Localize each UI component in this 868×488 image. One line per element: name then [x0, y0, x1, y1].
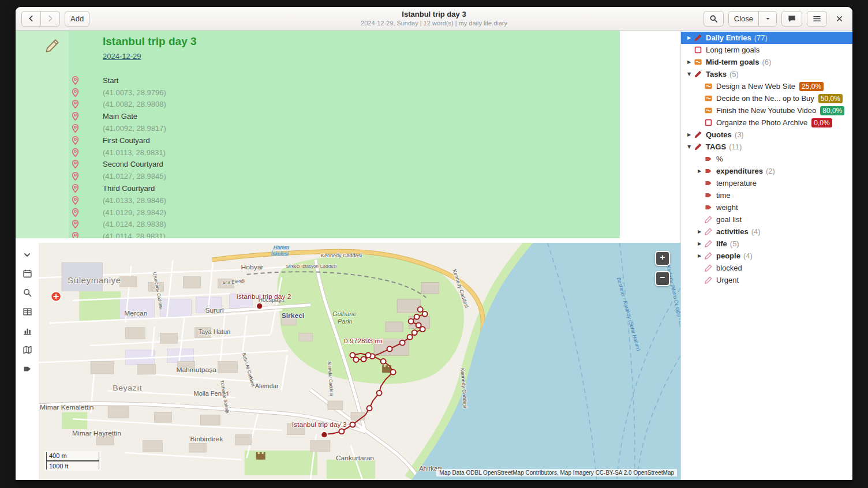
zoom-controls: + − [655, 251, 670, 286]
window-close-button[interactable] [832, 11, 847, 27]
entry-lines: Start(41.0073, 28.9796)(41.0082, 28.9808… [69, 74, 620, 238]
tree-item-count: (3) [735, 130, 744, 139]
tree-item-label: TAGS [706, 142, 726, 151]
entry-line[interactable]: (41.0073, 28.9796) [69, 87, 620, 99]
tree-item-count: (5) [730, 239, 739, 248]
search-entries-button[interactable] [19, 286, 35, 300]
close-diary-menu-button[interactable] [758, 11, 777, 27]
pencil-outline-icon [704, 239, 713, 248]
expander-open-icon[interactable]: ▼ [684, 144, 694, 149]
map-label: Sirkeci [282, 311, 304, 320]
tree-item-label: Design a New Web Site [716, 82, 795, 91]
map-label: Istanbul trip day 3 [292, 421, 347, 429]
map-canvas[interactable]: SüleymaniyeHobyarHocapaşaSirkeciSirkeci … [39, 243, 680, 480]
entry-line[interactable]: Third Courtyard [69, 182, 620, 194]
location-pin-icon [70, 99, 80, 109]
entry-line[interactable]: Second Courtyard [69, 159, 620, 171]
tree-item-goal-list[interactable]: goal list [681, 213, 852, 226]
entry-line[interactable]: Main Gate [69, 110, 620, 122]
calendar-button[interactable] [19, 266, 35, 281]
tree-item-weight[interactable]: weight [681, 201, 852, 213]
checkbox-icon [704, 118, 713, 127]
location-pin-icon [70, 196, 80, 205]
tree-item-activities[interactable]: ▶activities(4) [681, 226, 852, 238]
tree-item-urgent[interactable]: Urgent [681, 274, 852, 286]
tree-item-blocked[interactable]: blocked [681, 262, 852, 274]
expander-closed-icon[interactable]: ▶ [684, 59, 694, 65]
entry-panel: Istanbul trip day 3 2024-12-29 Start(41.… [16, 31, 680, 238]
forward-button[interactable] [40, 11, 60, 27]
expander-closed-icon[interactable]: ▶ [684, 132, 694, 137]
entry-line[interactable]: Start [69, 74, 620, 87]
tree-item-life[interactable]: ▶life(5) [681, 238, 852, 250]
add-button[interactable]: Add [65, 11, 89, 27]
map-view-button[interactable] [19, 343, 35, 357]
entry-line[interactable]: (41.0133, 28.9846) [69, 194, 620, 207]
tree-item-temperature[interactable]: temperature [681, 177, 852, 189]
tree-item-time[interactable]: time [681, 189, 852, 201]
calendar-icon [23, 269, 32, 279]
tree-item-tasks[interactable]: ▼Tasks(5) [681, 68, 852, 80]
map-label: Gülhane [332, 310, 357, 317]
map-toolbar [16, 243, 39, 480]
scale-imperial: 1000 ft [46, 461, 99, 470]
entry-date-link[interactable]: 2024-12-29 [103, 52, 141, 61]
tags-view-button[interactable] [19, 362, 35, 376]
expander-closed-icon[interactable]: ▶ [695, 229, 704, 234]
tree-item-decide-on-the-ne-op-to-buy[interactable]: Decide on the Ne... op to Buy50,0% [681, 92, 852, 104]
map-label: Parkı [338, 318, 353, 325]
expander-closed-icon[interactable]: ▶ [695, 253, 704, 258]
scale-metric: 400 m [46, 452, 99, 461]
entry-line[interactable]: (41.0114, 28.9831) [69, 230, 620, 238]
entry-line[interactable]: (41.0113, 28.9831) [69, 147, 620, 159]
entry-line[interactable]: (41.0092, 28.9817) [69, 122, 620, 134]
entry-line[interactable]: (41.0124, 28.9838) [69, 219, 620, 231]
zoom-in-button[interactable]: + [655, 251, 670, 266]
entry-line-text: First Coutyard [103, 136, 150, 145]
tree-item-daily-entries[interactable]: ▶Daily Entries(77) [681, 32, 852, 44]
expander-closed-icon[interactable]: ▶ [695, 168, 704, 174]
tree-item-label: blocked [716, 264, 742, 272]
tree-item-label: expenditures [716, 167, 763, 175]
zoom-out-button[interactable]: − [655, 271, 670, 286]
expander-open-icon[interactable]: ▼ [684, 72, 694, 77]
entry-line[interactable]: First Coutyard [69, 134, 620, 147]
tree-item-design-a-new-web-site[interactable]: Design a New Web Site25,0% [681, 80, 852, 92]
add-location-marker[interactable] [51, 292, 61, 302]
entry-title: Istanbul trip day 3 [103, 35, 620, 48]
expander-closed-icon[interactable]: ▶ [684, 35, 694, 40]
tree-item-label: Daily Entries [706, 33, 751, 42]
tree-item-long-term-goals[interactable]: Long term goals [681, 44, 852, 56]
comments-button[interactable] [781, 11, 802, 27]
tree-item-tags[interactable]: ▼TAGS(11) [681, 141, 852, 153]
tree-item-[interactable]: % [681, 153, 852, 165]
tree-item-label: Long term goals [706, 46, 760, 54]
entry-line[interactable]: (41.0082, 28.9808) [69, 99, 620, 111]
entry-line[interactable]: (41.0129, 28.9842) [69, 207, 620, 219]
table-view-button[interactable] [19, 305, 35, 319]
entry-editor[interactable]: Istanbul trip day 3 2024-12-29 Start(41.… [69, 31, 620, 238]
tree-item-label: people [716, 251, 740, 260]
expander-closed-icon[interactable]: ▶ [695, 241, 704, 246]
collapse-map-button[interactable] [19, 247, 35, 262]
close-diary-button[interactable]: Close [728, 11, 759, 27]
table-icon [23, 307, 32, 317]
tree-item-finish-the-new-youtube-video[interactable]: Finish the New Youtube Video80,0% [681, 104, 852, 117]
search-button[interactable] [704, 11, 724, 27]
location-pin-icon [70, 136, 80, 145]
tree-item-organize-the-photo-archive[interactable]: Organize the Photo Archive0,0% [681, 117, 852, 129]
back-button[interactable] [21, 11, 41, 27]
tree-item-people[interactable]: ▶people(4) [681, 250, 852, 262]
tree-item-count: (11) [729, 142, 742, 151]
entry-line[interactable]: (41.0127, 28.9845) [69, 170, 620, 182]
chevron-down-icon [765, 16, 771, 22]
chart-view-button[interactable] [19, 324, 35, 338]
tree-item-quotes[interactable]: ▶Quotes(3) [681, 129, 852, 141]
location-pin-icon [70, 88, 80, 97]
entry-line-text: Main Gate [103, 112, 137, 121]
tree-item-mid-term-goals[interactable]: ▶Mid-term goals(6) [681, 56, 852, 68]
map-label: Taya Hatun [198, 328, 230, 335]
progress-badge: 0,0% [811, 118, 832, 127]
tree-item-expenditures[interactable]: ▶expenditures(2) [681, 165, 852, 177]
menu-button[interactable] [807, 11, 827, 27]
